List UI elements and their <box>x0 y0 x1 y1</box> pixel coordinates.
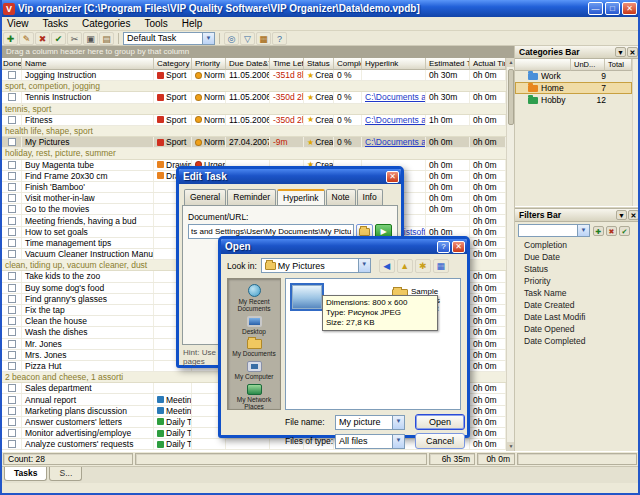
chevron-down-icon[interactable]: ▼ <box>358 259 370 272</box>
done-checkbox[interactable] <box>8 317 16 325</box>
filter-item-date-opened[interactable]: Date Opened <box>515 323 640 335</box>
hyperlink[interactable]: C:\Documents and Settings\All <box>365 115 425 125</box>
cut-icon[interactable]: ✂ <box>67 32 82 45</box>
column-header-actual-time[interactable]: Actual Time <box>470 58 506 70</box>
place-desktop[interactable]: Desktop <box>228 316 280 335</box>
done-checkbox[interactable] <box>8 284 16 292</box>
filter-item-date-last-modifi[interactable]: Date Last Modifi <box>515 311 640 323</box>
cancel-button[interactable]: Cancel <box>415 433 465 449</box>
filter-item-task-name[interactable]: Task Name <box>515 287 640 299</box>
done-checkbox[interactable] <box>8 250 16 258</box>
place-my-computer[interactable]: My Computer <box>228 361 280 380</box>
done-checkbox[interactable] <box>8 340 16 348</box>
done-checkbox[interactable] <box>8 328 16 336</box>
complete-task-icon[interactable]: ✔ <box>51 32 66 45</box>
done-checkbox[interactable] <box>8 71 16 79</box>
chevron-down-icon[interactable]: ▼ <box>615 47 626 57</box>
done-checkbox[interactable] <box>8 217 16 225</box>
column-header-complete[interactable]: Complete <box>334 58 362 70</box>
remove-filter-icon[interactable]: ✖ <box>606 226 617 236</box>
close-icon[interactable]: ✕ <box>386 171 399 183</box>
column-header-due-date-tim[interactable]: Due Date&Tim▲ <box>226 58 270 70</box>
chevron-down-icon[interactable]: ▼ <box>392 435 404 448</box>
column-header-category[interactable]: Category <box>154 58 192 70</box>
done-checkbox[interactable] <box>8 351 16 359</box>
done-checkbox[interactable] <box>8 440 16 448</box>
hyperlink[interactable]: C:\Documents and Settings\All <box>365 92 425 102</box>
new-task-icon[interactable]: ✚ <box>3 32 18 45</box>
help-icon[interactable]: ? <box>272 32 287 45</box>
chevron-down-icon[interactable]: ▼ <box>202 33 214 44</box>
look-in-combo[interactable]: My Pictures ▼ <box>261 258 371 273</box>
column-header-hyperlink[interactable]: Hyperlink <box>362 58 426 70</box>
done-checkbox[interactable] <box>8 272 16 280</box>
help-icon[interactable]: ? <box>437 241 450 253</box>
close-icon[interactable]: ✕ <box>627 47 638 57</box>
filter-item-status[interactable]: Status <box>515 263 640 275</box>
chevron-down-icon[interactable]: ▼ <box>577 225 589 236</box>
filter-item-completion[interactable]: Completion <box>515 239 640 251</box>
group-row[interactable]: health life, shape, sport <box>0 126 506 137</box>
filter-preset-combo[interactable]: ▼ <box>518 224 590 237</box>
tab-general[interactable]: General <box>184 189 226 205</box>
add-filter-icon[interactable]: ✚ <box>593 226 604 236</box>
filter-item-due-date[interactable]: Due Date <box>515 251 640 263</box>
done-checkbox[interactable] <box>8 228 16 236</box>
menu-view[interactable]: View <box>0 18 36 29</box>
chevron-down-icon[interactable]: ▼ <box>616 210 627 220</box>
edit-task-dialog-titlebar[interactable]: Edit Task ✕ <box>179 169 401 184</box>
vertical-scrollbar[interactable]: ▲ ▼ <box>506 58 514 451</box>
task-row[interactable]: Jogging InstructionSportNormal11.05.2006… <box>0 70 506 81</box>
copy-icon[interactable]: ▣ <box>83 32 98 45</box>
column-header-priority[interactable]: Priority <box>192 58 226 70</box>
column-header-estimated-time[interactable]: Estimated Time <box>426 58 470 70</box>
done-checkbox[interactable] <box>8 407 16 415</box>
done-checkbox[interactable] <box>8 239 16 247</box>
column-header-time-left[interactable]: Time Left <box>270 58 304 70</box>
tab-reminder[interactable]: Reminder <box>227 189 276 205</box>
filter-item-priority[interactable]: Priority <box>515 275 640 287</box>
paste-icon[interactable]: ▤ <box>99 32 114 45</box>
up-one-level-icon[interactable]: ▲ <box>397 259 413 273</box>
done-checkbox[interactable] <box>8 93 16 101</box>
menu-help[interactable]: Help <box>175 18 210 29</box>
filters-bar-header[interactable]: Filters Bar ▼ ✕ <box>515 209 640 222</box>
file-name-combo[interactable]: My picture▼ <box>335 415 405 430</box>
close-icon[interactable]: ✕ <box>452 241 465 253</box>
done-checkbox[interactable] <box>8 306 16 314</box>
place-my-recent-documents[interactable]: My Recent Documents <box>228 284 280 312</box>
delete-task-icon[interactable]: ✖ <box>35 32 50 45</box>
bottom-tab-tasks[interactable]: Tasks <box>4 467 47 481</box>
done-checkbox[interactable] <box>8 172 16 180</box>
find-icon[interactable]: ◎ <box>224 32 239 45</box>
maximize-icon[interactable]: □ <box>605 2 620 15</box>
menu-categories[interactable]: Categories <box>75 18 137 29</box>
filter-icon[interactable]: ▽ <box>240 32 255 45</box>
done-checkbox[interactable] <box>8 194 16 202</box>
menu-tasks[interactable]: Tasks <box>36 18 76 29</box>
done-checkbox[interactable] <box>8 396 16 404</box>
done-checkbox[interactable] <box>8 161 16 169</box>
done-checkbox[interactable] <box>8 183 16 191</box>
tab-note[interactable]: Note <box>326 189 356 205</box>
task-row[interactable]: My PicturesSportNormal27.04.2007-9m★Crea… <box>0 137 506 148</box>
done-checkbox[interactable] <box>8 138 16 146</box>
open-button[interactable]: Open <box>415 414 465 430</box>
category-item-work[interactable]: Work9 <box>515 70 632 82</box>
back-icon[interactable]: ◀ <box>379 259 395 273</box>
done-checkbox[interactable] <box>8 384 16 392</box>
tab-info[interactable]: Info <box>357 189 383 205</box>
bottom-tab-s[interactable]: S... <box>49 467 82 481</box>
done-checkbox[interactable] <box>8 295 16 303</box>
categories-bar-header[interactable]: Categories Bar ▼ ✕ <box>515 46 640 59</box>
minimize-icon[interactable]: — <box>588 2 603 15</box>
new-folder-icon[interactable]: ✱ <box>415 259 431 273</box>
close-icon[interactable]: ✕ <box>628 210 639 220</box>
group-row[interactable]: sport, competion, jogging <box>0 81 506 92</box>
edit-task-icon[interactable]: ✎ <box>19 32 34 45</box>
group-by-bar[interactable]: Drag a column header here to group by th… <box>0 46 514 58</box>
task-row[interactable]: Tennis InstructionSportNormal11.05.2006-… <box>0 92 506 103</box>
done-checkbox[interactable] <box>8 116 16 124</box>
hyperlink[interactable]: C:\Documents and <box>365 137 425 147</box>
done-checkbox[interactable] <box>8 418 16 426</box>
